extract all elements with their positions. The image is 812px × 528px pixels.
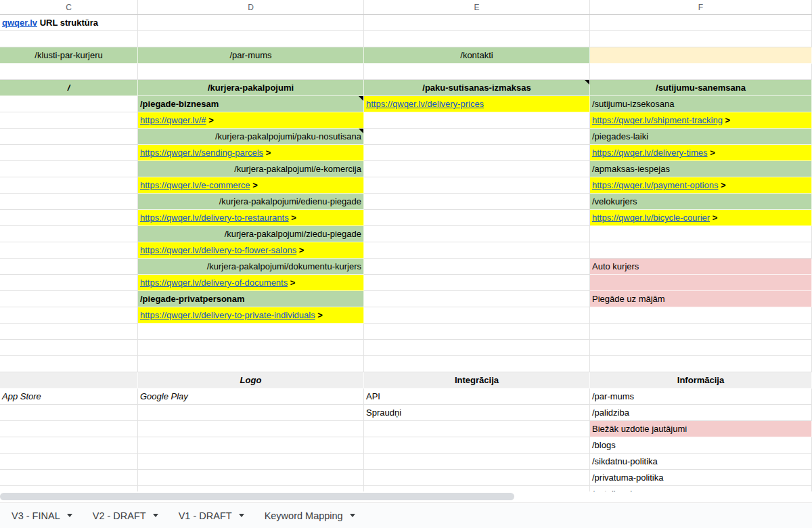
cell-E20[interactable] — [364, 324, 590, 340]
cell-F1[interactable] — [590, 15, 812, 31]
url-link[interactable]: https://qwqer.lv/sending-parcels — [140, 148, 263, 158]
url-link[interactable]: https://qwqer.lv/# — [140, 115, 206, 125]
cell-C28[interactable] — [0, 454, 138, 470]
cell-C2[interactable] — [0, 31, 138, 47]
cell-F17[interactable] — [590, 275, 812, 291]
cell-F18[interactable]: Piegāde uz mājām — [590, 291, 812, 307]
cell-C20[interactable] — [0, 324, 138, 340]
cell-C10[interactable] — [0, 161, 138, 177]
url-link[interactable]: https://qwqer.lv/delivery-to-private-ind… — [140, 310, 315, 320]
cell-E9[interactable] — [364, 145, 590, 161]
cell-E10[interactable] — [364, 161, 590, 177]
cell-C4[interactable] — [0, 64, 138, 80]
cell-C23[interactable] — [0, 372, 138, 389]
cell-C9[interactable] — [0, 145, 138, 161]
cell-D7[interactable]: https://qwqer.lv/# > — [138, 112, 364, 129]
cell-D3[interactable]: /par-mums — [138, 47, 364, 64]
column-header-F[interactable]: F — [590, 0, 812, 14]
cell-D26[interactable] — [138, 421, 364, 437]
cell-E18[interactable] — [364, 291, 590, 307]
cell-F4[interactable] — [590, 64, 812, 80]
url-link[interactable]: https://qwqer.lv/bicycle-courier — [592, 213, 710, 223]
cell-C26[interactable] — [0, 421, 138, 437]
url-link[interactable]: https://qwqer.lv/delivery-to-restaurants — [140, 213, 289, 223]
title-link[interactable]: qwqer.lv — [2, 18, 37, 28]
cell-E3[interactable]: /kontakti — [364, 47, 590, 64]
url-link[interactable]: https://qwqer.lv/delivery-times — [592, 148, 708, 158]
cell-C30[interactable] — [0, 486, 138, 491]
cell-E28[interactable] — [364, 454, 590, 470]
cell-D24[interactable]: Google Play — [138, 389, 364, 405]
cell-F10[interactable]: /apmaksas-iespejas — [590, 161, 812, 177]
cell-C11[interactable] — [0, 177, 138, 194]
cell-D12[interactable]: /kurjera-pakalpojumi/edienu-piegade — [138, 194, 364, 210]
cell-F3[interactable] — [590, 47, 812, 64]
url-link[interactable]: https://qwqer.lv/delivery-prices — [366, 99, 484, 109]
cell-D11[interactable]: https://qwqer.lv/e-commerce > — [138, 177, 364, 194]
cell-C17[interactable] — [0, 275, 138, 291]
cell-C27[interactable] — [0, 437, 138, 454]
cell-E7[interactable] — [364, 112, 590, 129]
cell-E11[interactable] — [364, 177, 590, 194]
cell-C1[interactable]: qwqer.lv URL struktūra — [0, 15, 138, 31]
cell-E23[interactable]: Integrācija — [364, 372, 590, 389]
cell-F2[interactable] — [590, 31, 812, 47]
cell-D13[interactable]: https://qwqer.lv/delivery-to-restaurants… — [138, 210, 364, 226]
cell-F21[interactable] — [590, 340, 812, 356]
cell-E19[interactable] — [364, 307, 590, 324]
cell-C15[interactable] — [0, 242, 138, 259]
cell-E14[interactable] — [364, 226, 590, 242]
cell-F26[interactable]: Biežāk uzdotie jautājumi — [590, 421, 812, 437]
cell-E16[interactable] — [364, 259, 590, 275]
column-header-C[interactable]: C — [0, 0, 138, 14]
cell-E24[interactable]: API — [364, 389, 590, 405]
cell-C6[interactable] — [0, 96, 138, 112]
cell-C16[interactable] — [0, 259, 138, 275]
cell-D9[interactable]: https://qwqer.lv/sending-parcels > — [138, 145, 364, 161]
cell-C5[interactable]: / — [0, 80, 138, 96]
cell-D25[interactable] — [138, 405, 364, 421]
cell-D8[interactable]: /kurjera-pakalpojumi/paku-nosutisana — [138, 129, 364, 145]
cell-C7[interactable] — [0, 112, 138, 129]
cell-D28[interactable] — [138, 454, 364, 470]
cell-C24[interactable]: App Store — [0, 389, 138, 405]
url-link[interactable]: https://qwqer.lv/shipment-tracking — [592, 115, 723, 125]
cell-E5[interactable]: /paku-sutisanas-izmaksas — [364, 80, 590, 96]
cell-F28[interactable]: /sikdatnu-politika — [590, 454, 812, 470]
cell-E15[interactable] — [364, 242, 590, 259]
cell-E22[interactable] — [364, 356, 590, 372]
cell-F20[interactable] — [590, 324, 812, 340]
tab-dropdown-icon[interactable] — [239, 514, 244, 517]
cell-F23[interactable]: Informācija — [590, 372, 812, 389]
cell-F19[interactable] — [590, 307, 812, 324]
cell-F13[interactable]: https://qwqer.lv/bicycle-courier > — [590, 210, 812, 226]
cell-C22[interactable] — [0, 356, 138, 372]
sheet-tab-v2-draft[interactable]: V2 - DRAFT — [83, 503, 168, 528]
cell-E30[interactable] — [364, 486, 590, 491]
cell-F29[interactable]: /privatuma-politika — [590, 470, 812, 486]
cell-E2[interactable] — [364, 31, 590, 47]
cell-C14[interactable] — [0, 226, 138, 242]
cell-D23[interactable]: Logo — [138, 372, 364, 389]
cell-E12[interactable] — [364, 194, 590, 210]
cell-C8[interactable] — [0, 129, 138, 145]
cell-F25[interactable]: /palidziba — [590, 405, 812, 421]
url-link[interactable]: https://qwqer.lv/payment-options — [592, 180, 718, 190]
cell-D29[interactable] — [138, 470, 364, 486]
cell-D14[interactable]: /kurjera-pakalpojumi/ziedu-piegade — [138, 226, 364, 242]
cell-F30[interactable]: /noteikumi — [590, 486, 812, 491]
url-link[interactable]: https://qwqer.lv/delivery-of-documents — [140, 278, 288, 288]
cell-E25[interactable]: Spraudņi — [364, 405, 590, 421]
cell-D1[interactable] — [138, 15, 364, 31]
horizontal-scrollbar-thumb[interactable] — [0, 493, 514, 500]
cell-F16[interactable]: Auto kurjers — [590, 259, 812, 275]
column-header-D[interactable]: D — [138, 0, 364, 14]
cell-C29[interactable] — [0, 470, 138, 486]
cell-C21[interactable] — [0, 340, 138, 356]
cell-E26[interactable] — [364, 421, 590, 437]
cell-C18[interactable] — [0, 291, 138, 307]
cell-E21[interactable] — [364, 340, 590, 356]
cell-F15[interactable] — [590, 242, 812, 259]
sheet-tab-v3-final[interactable]: V3 - FINAL — [1, 503, 83, 528]
tab-dropdown-icon[interactable] — [67, 514, 72, 517]
